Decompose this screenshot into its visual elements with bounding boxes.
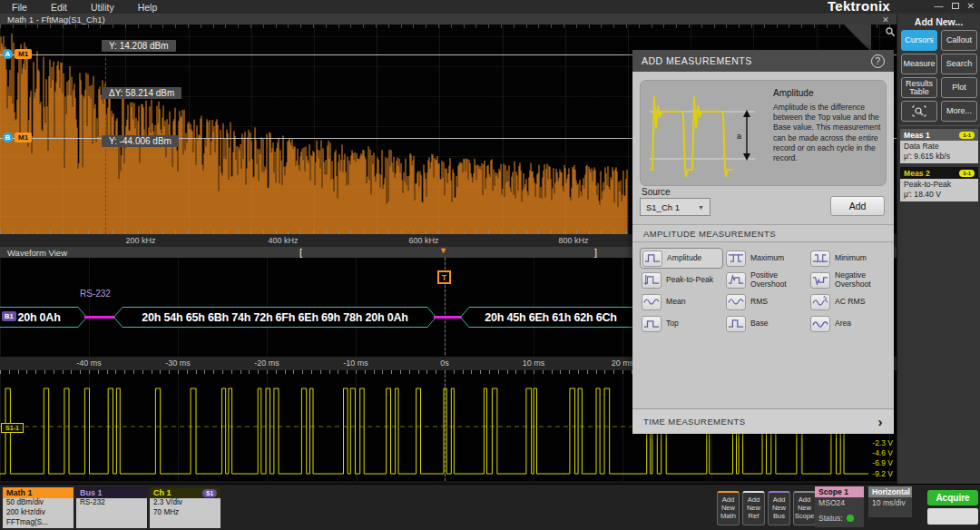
minimize-icon[interactable]: — bbox=[935, 1, 944, 11]
scope1-status-label: Status: bbox=[818, 514, 843, 523]
measurement-label: Top bbox=[666, 319, 679, 328]
dropdown-caret-icon: ▼ bbox=[698, 204, 704, 211]
math-close-icon[interactable]: ✕ bbox=[882, 15, 889, 25]
math-window-title: Math 1 - FftMag(S1_Ch1) bbox=[7, 15, 105, 25]
ch1-channel-badge[interactable]: Ch 1 S1 2.3 V/div 70 MHz bbox=[150, 487, 220, 528]
blank-button[interactable] bbox=[927, 508, 978, 525]
zoom-corner-control[interactable] bbox=[844, 25, 871, 52]
measurement-ac-rms[interactable]: AC RMS bbox=[808, 291, 892, 312]
menu-file[interactable]: File bbox=[12, 2, 27, 13]
zoom-bracket-left[interactable]: [ bbox=[299, 247, 302, 258]
measurement-label: Minimum bbox=[835, 254, 867, 262]
measurement-base[interactable]: Base bbox=[724, 313, 808, 334]
measurement-rms[interactable]: RMS bbox=[724, 291, 808, 312]
magnifier-icon bbox=[885, 26, 896, 37]
help-icon[interactable]: ? bbox=[871, 54, 885, 68]
status-green-dot bbox=[847, 515, 854, 522]
fft-top-ticks bbox=[0, 25, 897, 28]
measurement-amplitude[interactable]: Amplitude bbox=[640, 248, 723, 269]
add-measurements-panel: ADD MEASUREMENTS ? a Amplitude Amplitude… bbox=[632, 50, 894, 434]
source-label: Source bbox=[642, 187, 671, 197]
peak-to-peak-pulse-icon bbox=[642, 272, 662, 289]
area-sine-icon bbox=[810, 316, 830, 332]
restore-icon[interactable] bbox=[952, 3, 959, 9]
waveform-view-title: Waveform View bbox=[7, 248, 67, 258]
expansion-point-icon[interactable]: ▼ bbox=[439, 246, 447, 255]
ch1-badge-name: Ch 1 bbox=[153, 488, 172, 497]
menu-utility[interactable]: Utility bbox=[91, 2, 114, 13]
maximum-pulse-icon bbox=[726, 250, 746, 267]
menubar: File Edit Utility Help Tektronix — ✕ bbox=[0, 0, 980, 14]
add-new-ref-button[interactable]: Add New Ref bbox=[742, 491, 765, 525]
scope1-badge[interactable]: Scope 1 MSO24 Status: bbox=[815, 486, 864, 527]
close-icon[interactable]: ✕ bbox=[967, 1, 975, 11]
cursor-a-readout[interactable]: Y: 14.208 dBm bbox=[102, 40, 176, 52]
add-new-scope-button[interactable]: Add New Scope bbox=[793, 491, 816, 525]
sidebar-cursors-button[interactable]: Cursors bbox=[901, 30, 937, 51]
tektronix-logo: Tektronix bbox=[828, 0, 890, 14]
ch1-bandwidth: 70 MHz bbox=[153, 508, 217, 518]
scope1-model: MSO24 bbox=[818, 498, 860, 507]
measurement-positive-overshoot[interactable]: Positive Overshoot bbox=[724, 270, 808, 290]
menu-edit[interactable]: Edit bbox=[51, 2, 67, 13]
cursor-delta-readout[interactable]: ΔY: 58.214 dBm bbox=[102, 87, 181, 99]
rms-sine-icon bbox=[726, 294, 746, 310]
horizontal-scale: 10 ms/div bbox=[868, 497, 912, 517]
measurement-label: RMS bbox=[750, 298, 768, 306]
cursor-b-readout[interactable]: Y: -44.006 dBm bbox=[102, 135, 179, 147]
horizontal-badge[interactable]: Horizontal 10 ms/div bbox=[868, 486, 912, 517]
sidebar-measure-button[interactable]: Measure bbox=[901, 54, 937, 74]
measurement-mean[interactable]: Mean bbox=[640, 291, 723, 312]
source-select[interactable]: S1_Ch 1 ▼ bbox=[640, 198, 710, 216]
mean-sine-icon bbox=[642, 294, 662, 310]
meas1-value: μ': 9.615 kb/s bbox=[904, 152, 975, 162]
math1-channel-badge[interactable]: Math 1 50 dBm/div 200 kHz/div FFTmag(S..… bbox=[3, 487, 74, 528]
measurement-maximum[interactable]: Maximum bbox=[724, 248, 808, 269]
measurement-area[interactable]: Area bbox=[808, 313, 892, 334]
measurement-peak-to-peak[interactable]: Peak-to-Peak bbox=[640, 270, 723, 290]
sidebar-plot-button[interactable]: Plot bbox=[941, 77, 977, 98]
measurement-top[interactable]: Top bbox=[640, 313, 723, 334]
scope1-name: Scope 1 bbox=[815, 486, 864, 497]
volt-tick: -4.6 V bbox=[872, 448, 893, 457]
add-new-bus-button[interactable]: Add New Bus bbox=[768, 491, 790, 525]
window-controls: — ✕ bbox=[935, 1, 975, 11]
sidebar-zoom-box-button[interactable] bbox=[901, 101, 937, 122]
sidebar-more-button[interactable]: More... bbox=[941, 101, 977, 122]
meas1-name: Meas 1 bbox=[904, 131, 930, 140]
time-measurements-expander[interactable]: TIME MEASUREMENTS › bbox=[632, 408, 894, 434]
sidebar-search-button[interactable]: Search bbox=[941, 54, 977, 74]
measurement-description-box: a Amplitude Amplitude is the difference … bbox=[640, 80, 887, 186]
meas2-result-badge[interactable]: Meas 2 1-1 Peak-to-Peak μ': 18.40 V bbox=[900, 167, 978, 201]
bus1-badge[interactable]: B1 bbox=[2, 311, 16, 321]
time-tick: 10 ms bbox=[523, 358, 545, 368]
top-pulse-icon bbox=[642, 316, 662, 332]
meas1-result-badge[interactable]: Meas 1 1-1 Data Rate μ': 9.615 kb/s bbox=[900, 129, 978, 163]
add-new-math-button[interactable]: Add New Math bbox=[717, 491, 740, 525]
cursor-b-badge: B M1 bbox=[3, 132, 32, 142]
measurement-label: Base bbox=[750, 319, 769, 328]
ch1-source-badge[interactable]: S1-1 bbox=[1, 423, 24, 433]
sidebar-callout-button[interactable]: Callout bbox=[941, 30, 977, 51]
measurement-minimum[interactable]: Minimum bbox=[808, 248, 892, 269]
math1-tag: M1 bbox=[15, 49, 32, 59]
trigger-badge[interactable]: T bbox=[437, 270, 451, 284]
add-measurements-header[interactable]: ADD MEASUREMENTS ? bbox=[632, 50, 894, 72]
zoom-bracket-right[interactable]: ] bbox=[594, 247, 597, 258]
time-tick: -20 ms bbox=[254, 358, 279, 368]
math1-tag-b: M1 bbox=[15, 132, 32, 142]
bus1-channel-badge[interactable]: Bus 1 RS-232 bbox=[76, 487, 147, 528]
add-button[interactable]: Add bbox=[830, 196, 885, 216]
right-sidebar: Add New... Cursors Callout Measure Searc… bbox=[897, 14, 980, 484]
acquire-button[interactable]: Acquire bbox=[927, 490, 978, 505]
ac-rms-sine-icon bbox=[810, 294, 830, 310]
measurement-label: AC RMS bbox=[835, 298, 865, 306]
amplitude-annotation: a bbox=[737, 132, 741, 141]
measurement-negative-overshoot[interactable]: Negative Overshoot bbox=[808, 270, 892, 290]
sidebar-results-table-button[interactable]: Results Table bbox=[901, 77, 937, 98]
cursor-a-badge: A M1 bbox=[3, 49, 32, 59]
amplitude-measurements-header: AMPLITUDE MEASUREMENTS bbox=[632, 224, 894, 242]
bus-packet-text: 20h 45h 6Eh 61h 62h 6Ch bbox=[461, 308, 641, 327]
freq-tick: 400 kHz bbox=[268, 236, 298, 245]
menu-help[interactable]: Help bbox=[138, 2, 158, 13]
